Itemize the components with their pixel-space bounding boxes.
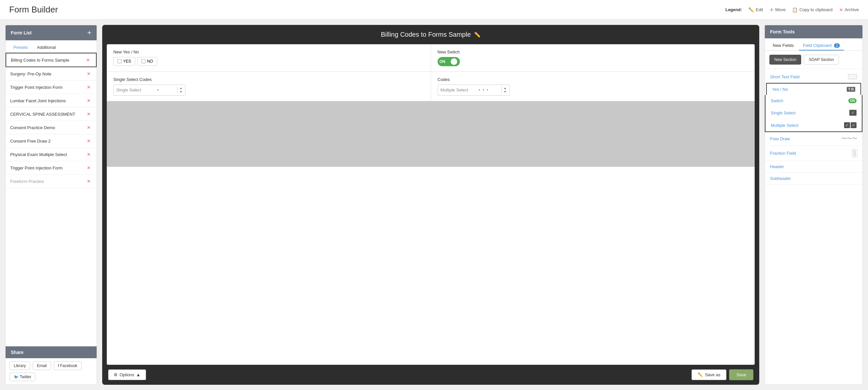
- tool-item-subheader[interactable]: Subheader: [765, 173, 862, 184]
- section-buttons: New Section SOAP Section: [765, 51, 862, 69]
- save-as-button[interactable]: ✏️ Save as: [691, 369, 726, 380]
- form-title-edit-icon[interactable]: ✏️: [474, 31, 480, 38]
- switch-label: ON: [440, 59, 445, 64]
- free-draw-icon: 〜〜〜: [841, 136, 857, 142]
- delete-form-icon[interactable]: ✕: [86, 97, 92, 104]
- tool-label: Multiple Select: [771, 123, 799, 128]
- sidebar-header: Form List +: [6, 25, 97, 40]
- clipboard-badge: 1: [834, 43, 840, 48]
- form-footer: ⚙ Options ▲ ✏️ Save as Save: [102, 365, 759, 385]
- facebook-button[interactable]: f Facebook: [54, 361, 82, 370]
- list-item[interactable]: Trigger Point Injection Form ✕: [6, 81, 97, 94]
- tool-label: Fraction Field: [770, 151, 796, 156]
- single-select-icon: ✓: [849, 110, 857, 116]
- new-section-button[interactable]: New Section: [769, 55, 801, 65]
- multi-select-field[interactable]: Multiple Select • • • ▲ ▼: [438, 85, 510, 96]
- delete-form-icon[interactable]: ✕: [86, 151, 92, 158]
- share-buttons: Library Email f Facebook 🐦 Twitter: [6, 358, 97, 384]
- edit-icon: ✏️: [748, 7, 754, 12]
- field-label-multi: Codes: [438, 77, 748, 82]
- tab-additional[interactable]: Additional: [33, 43, 60, 53]
- field-control-yesno: YES NO: [113, 57, 424, 65]
- gear-icon: ⚙: [114, 372, 118, 377]
- clipboard-icon: 📋: [792, 7, 798, 12]
- twitter-button[interactable]: 🐦 Twitter: [9, 372, 35, 381]
- tab-presets[interactable]: Presets: [9, 43, 32, 53]
- legend-move: ✛ Move: [770, 7, 786, 12]
- form-item-name: Freeform Practice: [10, 179, 86, 184]
- left-sidebar: Form List + Presets Additional Billing C…: [5, 25, 97, 385]
- tool-item-header[interactable]: Header: [765, 161, 862, 173]
- form-canvas-header: Billing Codes to Forms Sample ✏️: [102, 25, 759, 44]
- right-sidebar: Form Tools New Fields Field Clipboard 1 …: [765, 25, 863, 385]
- list-item[interactable]: Lumbar Facet Joint Injections ✕: [6, 94, 97, 108]
- switch-toggle[interactable]: ON: [438, 57, 460, 66]
- list-item[interactable]: Consent Free Draw 2 ✕: [6, 134, 97, 148]
- legend-archive-label: Archive: [845, 7, 859, 12]
- footer-right: ✏️ Save as Save: [691, 369, 753, 380]
- form-cell-single-select: Single Select Codes Single Select • ▲ ▼: [107, 72, 431, 101]
- form-cell-switch: New Switch ON: [431, 44, 755, 71]
- tab-field-clipboard[interactable]: Field Clipboard 1: [799, 41, 844, 51]
- form-list: Billing Codes to Forms Sample ✕ Surgery:…: [6, 53, 97, 346]
- form-item-name: Trigger Point Injection Form: [10, 166, 86, 171]
- form-row: New Yes / No YES NO New Switch: [107, 44, 755, 72]
- add-form-button[interactable]: +: [87, 29, 91, 36]
- tool-item-multiple-select[interactable]: Multiple Select ✓✓: [765, 119, 862, 132]
- library-button[interactable]: Library: [9, 361, 30, 370]
- form-item-name: Lumbar Facet Joint Injections: [10, 98, 86, 103]
- pencil-icon: ✏️: [698, 372, 703, 377]
- share-header: Share: [6, 347, 97, 358]
- list-item[interactable]: Billing Codes to Forms Sample ✕: [6, 53, 97, 67]
- field-label-switch: New Switch: [438, 50, 748, 54]
- legend-clipboard: 📋 Copy to clipboard: [792, 7, 832, 12]
- delete-form-icon[interactable]: ✕: [85, 57, 91, 63]
- switch-icon: ON: [848, 98, 857, 103]
- email-button[interactable]: Email: [33, 361, 51, 370]
- tool-item-short-text[interactable]: Short Text Field: [765, 71, 862, 83]
- delete-form-icon[interactable]: ✕: [86, 84, 92, 90]
- list-item[interactable]: Surgery: Pre-Op Note ✕: [6, 67, 97, 81]
- switch-circle: [451, 58, 457, 65]
- no-label: NO: [147, 59, 153, 64]
- tool-list: Short Text Field Yes / No Y N Switch ON …: [765, 69, 862, 384]
- yes-checkbox: [118, 59, 122, 63]
- options-button[interactable]: ⚙ Options ▲: [108, 369, 146, 380]
- delete-form-icon[interactable]: ✕: [86, 164, 92, 171]
- delete-form-icon[interactable]: ✕: [86, 178, 92, 184]
- tool-item-single-select[interactable]: Single Select ✓: [765, 107, 862, 119]
- sidebar-tabs: Presets Additional: [6, 40, 97, 53]
- short-text-icon: [848, 74, 857, 79]
- tool-item-switch[interactable]: Switch ON: [765, 95, 862, 107]
- tool-item-free-draw[interactable]: Free Draw 〜〜〜: [765, 132, 862, 146]
- delete-form-icon[interactable]: ✕: [86, 124, 92, 131]
- tool-label: Header: [770, 164, 784, 169]
- delete-form-icon[interactable]: ✕: [86, 70, 92, 77]
- tool-item-yes-no[interactable]: Yes / No Y N: [766, 83, 861, 95]
- form-builder-canvas: Billing Codes to Forms Sample ✏️ New Yes…: [102, 25, 759, 385]
- no-button[interactable]: NO: [137, 57, 157, 65]
- yes-label: YES: [123, 59, 131, 64]
- single-select-field[interactable]: Single Select • ▲ ▼: [113, 85, 185, 96]
- soap-section-button[interactable]: SOAP Section: [804, 55, 839, 65]
- tool-item-fraction[interactable]: Fraction Field □ □: [765, 146, 862, 161]
- archive-icon: ✕: [839, 7, 843, 12]
- list-item[interactable]: Physical Exam Multiple Select ✕: [6, 148, 97, 161]
- save-button[interactable]: Save: [729, 369, 753, 380]
- yes-button[interactable]: YES: [113, 57, 135, 65]
- list-item[interactable]: Consent Practice Demo ✕: [6, 121, 97, 134]
- list-item[interactable]: Trigger Point Injection Form ✕: [6, 161, 97, 175]
- legend-move-label: Move: [775, 7, 786, 12]
- twitter-icon: 🐦: [14, 374, 20, 379]
- fraction-icon: □ □: [852, 149, 857, 157]
- delete-form-icon[interactable]: ✕: [86, 111, 92, 117]
- multi-select-placeholder: Multiple Select: [440, 88, 468, 92]
- list-item[interactable]: Freeform Practice ✕: [6, 175, 97, 188]
- list-item[interactable]: CERVICAL SPINE ASSESSMENT ✕: [6, 108, 97, 121]
- form-row: Single Select Codes Single Select • ▲ ▼: [107, 72, 755, 101]
- field-control-multi: Multiple Select • • • ▲ ▼: [438, 85, 748, 96]
- no-checkbox: [142, 59, 146, 63]
- right-sidebar-tabs: New Fields Field Clipboard 1: [765, 38, 862, 51]
- tab-new-fields[interactable]: New Fields: [769, 41, 798, 51]
- delete-form-icon[interactable]: ✕: [86, 138, 92, 144]
